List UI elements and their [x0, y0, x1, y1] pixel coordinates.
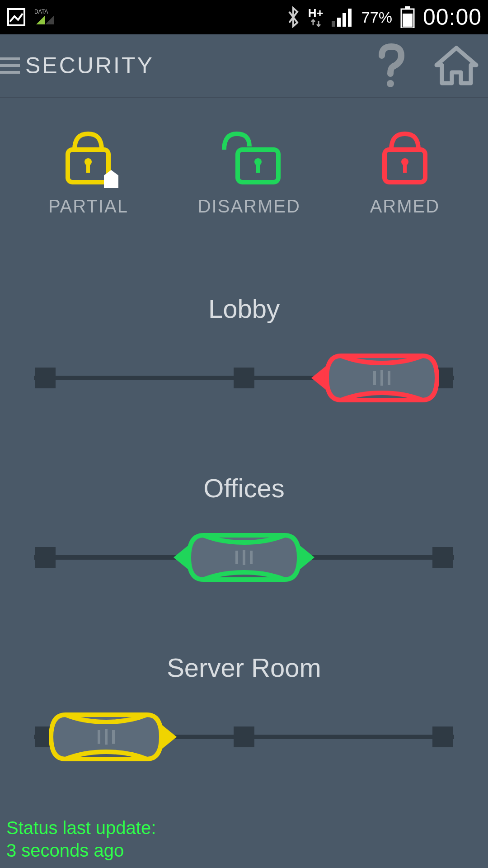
zone-name: Server Room — [23, 652, 465, 683]
svg-rect-20 — [256, 164, 260, 173]
zone-offices: Offices — [23, 473, 465, 585]
bluetooth-icon — [286, 6, 300, 28]
svg-rect-4 — [332, 21, 335, 27]
zone-slider[interactable] — [23, 351, 465, 405]
zone-server-room: Server Room — [23, 652, 465, 764]
slider-tick — [35, 368, 56, 388]
clock: 00:00 — [423, 4, 482, 30]
page-title: SECURITY — [25, 52, 154, 79]
home-icon — [434, 45, 479, 86]
mode-armed[interactable]: ARMED — [370, 125, 440, 217]
zone-lobby: Lobby — [23, 293, 465, 405]
handle-pill-icon — [323, 353, 441, 403]
slider-handle[interactable] — [47, 712, 177, 762]
battery-icon — [400, 6, 415, 28]
svg-rect-23 — [403, 164, 407, 173]
status-bar: DATA H+ 77% 00:00 — [0, 0, 488, 34]
status-line: 3 seconds ago — [6, 839, 156, 862]
svg-rect-13 — [0, 71, 20, 74]
mode-partial-label: PARTIAL — [48, 196, 128, 217]
slider-tick — [234, 368, 254, 388]
zone-slider[interactable] — [23, 710, 465, 764]
svg-rect-5 — [337, 18, 341, 27]
mode-armed-label: ARMED — [370, 196, 440, 217]
zones: Lobby Offices — [0, 217, 488, 764]
arrow-right-icon — [300, 546, 314, 569]
svg-text:DATA: DATA — [34, 9, 48, 15]
lock-open-icon — [211, 125, 287, 188]
menu-button[interactable] — [0, 34, 25, 97]
slider-tick — [432, 547, 453, 568]
slider-handle[interactable] — [311, 353, 441, 403]
zone-name: Lobby — [23, 293, 465, 324]
menu-icon — [0, 57, 20, 75]
lock-closed-icon — [371, 125, 439, 188]
data-icon: DATA — [34, 8, 57, 26]
home-button[interactable] — [434, 45, 479, 86]
mode-row: PARTIAL DISARMED ARMED — [0, 98, 488, 217]
question-icon — [375, 43, 407, 88]
network-type-icon: H+ — [308, 7, 324, 27]
arrow-right-icon — [162, 725, 177, 749]
handle-pill-icon — [185, 533, 303, 582]
status-line: Status last update: — [6, 816, 156, 839]
svg-rect-17 — [86, 164, 90, 173]
picture-icon — [6, 7, 26, 27]
lock-partial-icon — [54, 125, 122, 188]
svg-rect-7 — [348, 9, 352, 27]
slider-handle[interactable] — [174, 533, 314, 582]
svg-marker-2 — [36, 15, 45, 24]
zone-slider[interactable] — [23, 530, 465, 585]
status-footer: Status last update: 3 seconds ago — [6, 816, 156, 862]
slider-tick — [432, 726, 453, 747]
help-button[interactable] — [375, 43, 407, 88]
svg-rect-6 — [343, 13, 346, 27]
mode-disarmed-label: DISARMED — [198, 196, 300, 217]
svg-marker-3 — [45, 15, 54, 24]
mode-disarmed[interactable]: DISARMED — [198, 125, 300, 217]
svg-rect-10 — [403, 14, 413, 27]
slider-tick — [234, 726, 254, 747]
svg-rect-11 — [0, 57, 20, 60]
mode-partial[interactable]: PARTIAL — [48, 125, 128, 217]
battery-percent: 77% — [361, 9, 392, 26]
slider-tick — [35, 547, 56, 568]
svg-rect-12 — [0, 64, 20, 67]
app-header: SECURITY — [0, 34, 488, 98]
handle-pill-icon — [47, 712, 165, 762]
svg-point-14 — [387, 80, 394, 87]
signal-icon — [332, 8, 353, 27]
zone-name: Offices — [23, 473, 465, 503]
